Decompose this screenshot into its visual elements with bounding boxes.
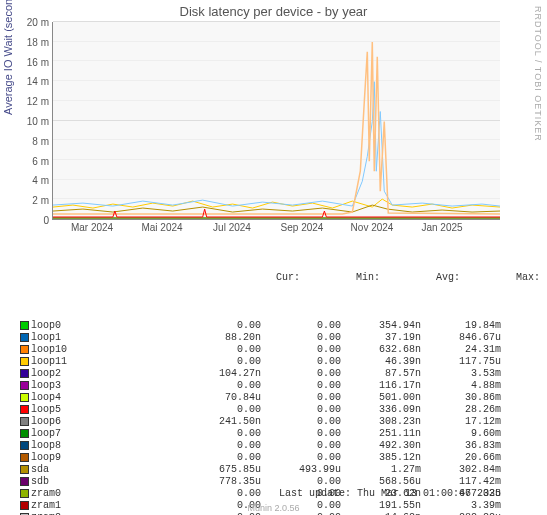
xtick: Jan 2025 (421, 222, 462, 233)
legend-swatch (20, 477, 29, 486)
legend-row: loop80.000.00492.30n36.83m (20, 440, 540, 452)
legend-name: loop10 (31, 344, 181, 356)
legend-min: 0.00 (261, 428, 341, 440)
legend-avg: 46.39n (341, 356, 421, 368)
legend-avg: 632.68n (341, 344, 421, 356)
legend-swatch (20, 429, 29, 438)
legend-swatch (20, 393, 29, 402)
legend-row: loop2104.27n0.0087.57n3.53m (20, 368, 540, 380)
legend-avg: 501.00n (341, 392, 421, 404)
legend-avg: 385.12n (341, 452, 421, 464)
legend-row: loop90.000.00385.12n20.66m (20, 452, 540, 464)
legend-cur: 0.00 (181, 440, 261, 452)
legend-max: 24.31m (421, 344, 501, 356)
xtick: Nov 2024 (351, 222, 394, 233)
legend-swatch (20, 453, 29, 462)
legend-max: 9.60m (421, 428, 501, 440)
legend-max: 3.53m (421, 368, 501, 380)
legend-min: 0.00 (261, 332, 341, 344)
legend-name: loop8 (31, 440, 181, 452)
legend-name: loop5 (31, 404, 181, 416)
legend-max: 117.75u (421, 356, 501, 368)
legend-min: 0.00 (261, 440, 341, 452)
legend-max: 19.84m (421, 320, 501, 332)
ytick: 14 m (9, 76, 49, 87)
xtick: Mar 2024 (71, 222, 113, 233)
legend-row: sda675.85u493.99u1.27m302.84m (20, 464, 540, 476)
chart-container: Disk latency per device - by year Averag… (0, 0, 547, 515)
legend-header: Cur:Min:Avg:Max: (20, 260, 540, 296)
legend-cur: 0.00 (181, 428, 261, 440)
legend-name: sda (31, 464, 181, 476)
legend-min: 493.99u (261, 464, 341, 476)
legend-cur: 0.00 (181, 488, 261, 500)
ytick: 0 (9, 215, 49, 226)
legend-min: 0.00 (261, 476, 341, 488)
legend-avg: 116.17n (341, 380, 421, 392)
legend-name: loop3 (31, 380, 181, 392)
legend-cur: 0.00 (181, 380, 261, 392)
legend-cur: 88.20n (181, 332, 261, 344)
legend-name: sdb (31, 476, 181, 488)
legend-avg: 492.30n (341, 440, 421, 452)
legend-cur: 0.00 (181, 344, 261, 356)
legend-min: 0.00 (261, 380, 341, 392)
legend-max: 846.67u (421, 332, 501, 344)
legend-swatch (20, 321, 29, 330)
ytick: 4 m (9, 175, 49, 186)
rrdtool-watermark: RRDTOOL / TOBI OETIKER (533, 6, 543, 142)
legend-row: loop188.20n0.0037.19n846.67u (20, 332, 540, 344)
legend-avg: 251.11n (341, 428, 421, 440)
munin-version: Munin 2.0.56 (0, 503, 547, 513)
legend-min: 0.00 (261, 356, 341, 368)
legend-avg: 336.09n (341, 404, 421, 416)
legend-row: loop50.000.00336.09n28.26m (20, 404, 540, 416)
legend-min: 0.00 (261, 404, 341, 416)
legend-min: 0.00 (261, 416, 341, 428)
legend-swatch (20, 465, 29, 474)
legend-max: 4.88m (421, 380, 501, 392)
legend-row: loop30.000.00116.17n4.88m (20, 380, 540, 392)
ytick: 8 m (9, 135, 49, 146)
ytick: 10 m (9, 116, 49, 127)
legend-row: sdb778.35u0.00568.56u117.42m (20, 476, 540, 488)
legend-name: loop9 (31, 452, 181, 464)
legend-avg: 1.27m (341, 464, 421, 476)
chart-lines (53, 22, 500, 219)
legend-swatch (20, 417, 29, 426)
legend-min: 0.00 (261, 344, 341, 356)
legend-swatch (20, 345, 29, 354)
legend-row: loop6241.50n0.00308.23n17.12m (20, 416, 540, 428)
legend-cur: 241.50n (181, 416, 261, 428)
legend-cur: 0.00 (181, 356, 261, 368)
legend-max: 302.84m (421, 464, 501, 476)
legend-min: 0.00 (261, 368, 341, 380)
legend-swatch (20, 489, 29, 498)
legend-min: 0.00 (261, 452, 341, 464)
ytick: 18 m (9, 36, 49, 47)
legend-name: loop0 (31, 320, 181, 332)
last-update: Last update: Thu Mar 13 01:00:46 2025 (279, 488, 501, 499)
legend-name: loop7 (31, 428, 181, 440)
legend-name: zram0 (31, 488, 181, 500)
ytick: 6 m (9, 155, 49, 166)
chart-title: Disk latency per device - by year (0, 4, 547, 19)
ytick: 2 m (9, 195, 49, 206)
legend-cur: 70.84u (181, 392, 261, 404)
legend-max: 28.26m (421, 404, 501, 416)
legend-avg: 37.19n (341, 332, 421, 344)
legend-name: loop4 (31, 392, 181, 404)
legend-max: 36.83m (421, 440, 501, 452)
legend-avg: 308.23n (341, 416, 421, 428)
legend-swatch (20, 441, 29, 450)
legend-min: 0.00 (261, 320, 341, 332)
legend-cur: 675.85u (181, 464, 261, 476)
legend-avg: 354.94n (341, 320, 421, 332)
legend-min: 0.00 (261, 392, 341, 404)
legend-cur: 778.35u (181, 476, 261, 488)
xtick: Sep 2024 (281, 222, 324, 233)
legend-row: loop70.000.00251.11n9.60m (20, 428, 540, 440)
ytick: 20 m (9, 17, 49, 28)
legend-avg: 568.56u (341, 476, 421, 488)
legend-swatch (20, 381, 29, 390)
